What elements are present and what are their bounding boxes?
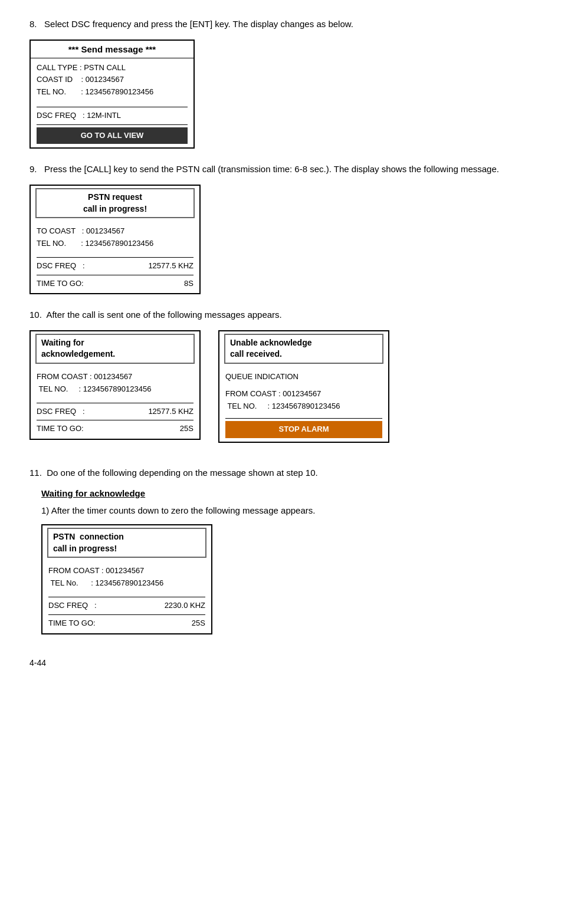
step-9-number: 9. [29, 164, 37, 174]
display-line: TEL No. : 1234567890123456 [48, 577, 205, 590]
step-10: 10. After the call is sent one of the fo… [29, 308, 545, 452]
step-11-number: 11. [29, 468, 42, 478]
waiting-for-acknowledge-label: Waiting for acknowledge [41, 488, 545, 498]
display-divider [37, 124, 188, 125]
step-8-description: Select DSC frequency and press the [ENT]… [44, 19, 353, 29]
display-divider [37, 107, 188, 107]
pstn-connection-header: PSTN connectioncall in progress! [47, 528, 206, 558]
step-11: 11. Do one of the following depending on… [29, 466, 545, 634]
display-body-unable: QUEUE INDICATION FROM COAST : 001234567 … [219, 367, 388, 442]
step-9-text: 9. Press the [CALL] key to send the PSTN… [29, 163, 545, 176]
waiting-acknowledgement-header: Waiting foracknowledgement. [35, 334, 195, 364]
step-10-displays: Waiting foracknowledgement. FROM COAST :… [29, 330, 545, 452]
display-body-step8: CALL TYPE : PSTN CALL COAST ID : 0012345… [31, 58, 193, 148]
display-spacer [225, 383, 382, 388]
step-11-text: 11. Do one of the following depending on… [29, 466, 545, 480]
step-9-description: Press the [CALL] key to send the PSTN ca… [44, 164, 499, 174]
display-box-pstn-connection: PSTN connectioncall in progress! FROM CO… [41, 524, 212, 634]
display-divider [48, 597, 205, 597]
display-line: TEL NO. : 1234567890123456 [37, 86, 188, 98]
display-body-pstn-connection: FROM COAST : 001234567 TEL No. : 1234567… [42, 561, 211, 633]
display-box-step9: PSTN requestcall in progress! TO COAST :… [29, 185, 201, 294]
display-divider [37, 257, 193, 258]
display-line: COAST ID : 001234567 [37, 74, 188, 86]
display-header-step8: *** Send message *** [31, 41, 193, 58]
display-spacer [48, 590, 205, 594]
step-10-number: 10. [29, 310, 42, 320]
stop-alarm-button[interactable]: STOP ALARM [225, 421, 382, 438]
display-box-step8: *** Send message *** CALL TYPE : PSTN CA… [29, 40, 195, 149]
pstn-request-header: PSTN requestcall in progress! [35, 188, 195, 218]
display-line: TEL NO. : 1234567890123456 [37, 238, 193, 250]
step-8-number: 8. [29, 19, 37, 29]
step-10-description: After the call is sent one of the follow… [46, 310, 281, 320]
display-line: TEL NO. : 1234567890123456 [225, 400, 382, 413]
display-spacer [37, 250, 193, 255]
go-to-all-view-button[interactable]: GO TO ALL VIEW [37, 127, 188, 144]
display-line: CALL TYPE : PSTN CALL [37, 62, 188, 74]
display-line: QUEUE INDICATION [225, 371, 382, 383]
step-9: 9. Press the [CALL] key to send the PSTN… [29, 163, 545, 294]
display-line: TIME TO GO:8S [37, 278, 193, 290]
step-8: 8. Select DSC frequency and press the [E… [29, 18, 545, 149]
display-line: TIME TO GO:25S [37, 423, 193, 435]
display-divider [48, 614, 205, 615]
display-box-waiting: Waiting foracknowledgement. FROM COAST :… [29, 330, 201, 440]
display-divider [225, 418, 382, 419]
display-divider [37, 275, 193, 275]
display-divider [37, 420, 193, 420]
display-line: TIME TO GO:25S [48, 617, 205, 630]
display-body-step9: TO COAST : 001234567 TEL NO. : 123456789… [31, 222, 199, 293]
step-11-description: Do one of the following depending on the… [47, 468, 318, 478]
sub-step-1-text: 1) After the timer counts down to zero t… [41, 504, 545, 518]
display-spacer [37, 98, 188, 104]
step-10-text: 10. After the call is sent one of the fo… [29, 308, 545, 322]
display-line: DSC FREQ :12577.5 KHZ [37, 260, 193, 272]
display-line: DSC FREQ : 12M-INTL [37, 110, 188, 122]
display-line: FROM COAST : 001234567 [48, 565, 205, 577]
display-line: DSC FREQ :12577.5 KHZ [37, 406, 193, 418]
display-body-waiting: FROM COAST : 001234567 TEL NO. : 1234567… [31, 367, 199, 439]
display-line: FROM COAST : 001234567 [37, 371, 193, 383]
display-divider [37, 403, 193, 403]
display-line: FROM COAST : 001234567 [225, 388, 382, 400]
display-spacer [225, 412, 382, 416]
display-line: DSC FREQ :2230.0 KHZ [48, 600, 205, 612]
unable-acknowledge-header: Unable acknowledgecall received. [224, 334, 383, 364]
step-8-text: 8. Select DSC frequency and press the [E… [29, 18, 545, 31]
display-container-step11: PSTN connectioncall in progress! FROM CO… [41, 524, 545, 634]
display-line: TEL NO. : 1234567890123456 [37, 383, 193, 396]
display-spacer [37, 396, 193, 400]
display-box-unable: Unable acknowledgecall received. QUEUE I… [218, 330, 389, 443]
display-line: TO COAST : 001234567 [37, 225, 193, 238]
page-number: 4-44 [29, 658, 545, 667]
